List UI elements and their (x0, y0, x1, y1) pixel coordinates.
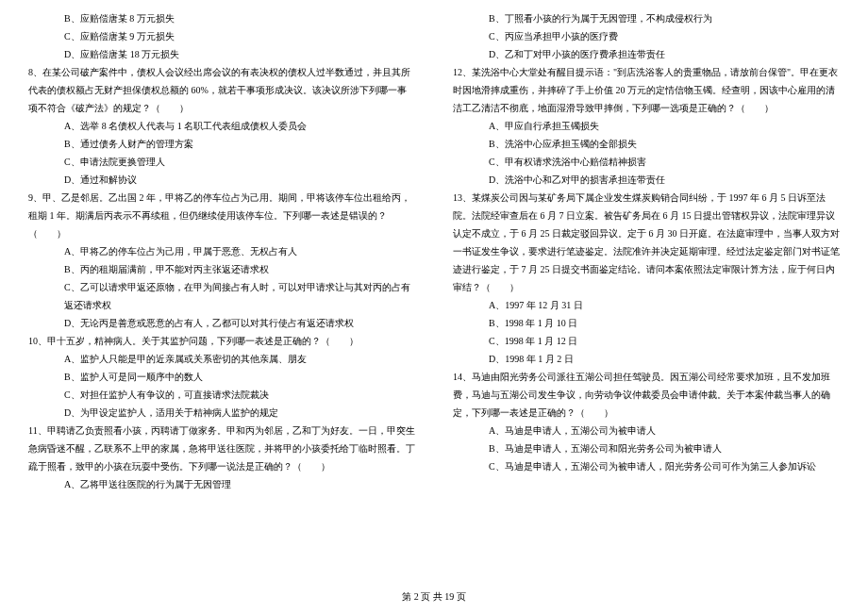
option-10a: A、监护人只能是甲的近亲属或关系密切的其他亲属、朋友 (28, 350, 415, 368)
option-13c: C、1998 年 1 月 12 日 (453, 332, 840, 350)
option-11c: C、丙应当承担甲小孩的医疗费 (453, 27, 840, 45)
option-10d: D、为甲设定监护人，适用关于精神病人监护的规定 (28, 404, 415, 422)
question-11: 11、甲聘请乙负责照看小孩，丙聘请丁做家务。甲和丙为邻居，乙和丁为好友。一日，甲… (28, 422, 415, 475)
option-12a: A、甲应自行承担玉镯损失 (453, 117, 840, 135)
left-column: B、应赔偿唐某 8 万元损失 C、应赔偿唐某 9 万元损失 D、应赔偿唐某 18… (28, 9, 415, 575)
option-12c: C、甲有权请求洗浴中心赔偿精神损害 (453, 153, 840, 171)
option-8c: C、申请法院更换管理人 (28, 153, 415, 171)
option-11d: D、乙和丁对甲小孩的医疗费承担连带责任 (453, 45, 840, 63)
question-13: 13、某煤炭公司因与某矿务局下属企业发生煤炭购销合同纠纷，于 1997 年 6 … (453, 189, 840, 296)
option-10b: B、监护人可是同一顺序中的数人 (28, 368, 415, 386)
option-13d: D、1998 年 1 月 2 日 (453, 350, 840, 368)
option-7d: D、应赔偿唐某 18 万元损失 (28, 45, 415, 63)
option-10c: C、对担任监护人有争议的，可直接请求法院裁决 (28, 386, 415, 404)
question-10: 10、甲十五岁，精神病人。关于其监护问题，下列哪一表述是正确的？（ ） (28, 332, 415, 350)
option-9a: A、甲将乙的停车位占为己用，甲属于恶意、无权占有人 (28, 242, 415, 260)
question-14: 14、马迪由阳光劳务公司派往五湖公司担任驾驶员。因五湖公司经常要求加班，且不发加… (453, 368, 840, 422)
option-13a: A、1997 年 12 月 31 日 (453, 296, 840, 314)
question-9: 9、甲、乙是邻居。乙出国 2 年，甲将乙的停车位占为己用。期间，甲将该停车位出租… (28, 189, 415, 242)
option-11b: B、丁照看小孩的行为属于无因管理，不构成侵权行为 (453, 9, 840, 27)
question-8: 8、在某公司破产案件中，债权人会议经出席会议的有表决权的债权人过半数通过，并且其… (28, 63, 415, 117)
question-12: 12、某洗浴中心大堂处有醒目提示语："到店洗浴客人的贵重物品，请放前台保管"。甲… (453, 63, 840, 117)
option-7b: B、应赔偿唐某 8 万元损失 (28, 9, 415, 27)
page-footer: 第 2 页 共 19 页 (0, 588, 868, 605)
option-8a: A、选举 8 名债权人代表与 1 名职工代表组成债权人委员会 (28, 117, 415, 135)
option-11a: A、乙将甲送往医院的行为属于无因管理 (28, 475, 415, 493)
option-14b: B、马迪是申请人，五湖公司和阳光劳务公司为被申请人 (453, 439, 840, 457)
option-14c: C、马迪是申请人，五湖公司为被申请人，阳光劳务公司可作为第三人参加诉讼 (453, 457, 840, 475)
option-8d: D、通过和解协议 (28, 171, 415, 189)
option-8b: B、通过债务人财产的管理方案 (28, 135, 415, 153)
option-9b: B、丙的租期届满前，甲不能对丙主张返还请求权 (28, 260, 415, 278)
option-13b: B、1998 年 1 月 10 日 (453, 314, 840, 332)
option-14a: A、马迪是申请人，五湖公司为被申请人 (453, 422, 840, 439)
option-9d: D、无论丙是善意或恶意的占有人，乙都可以对其行使占有返还请求权 (28, 314, 415, 332)
option-7c: C、应赔偿唐某 9 万元损失 (28, 27, 415, 45)
right-column: B、丁照看小孩的行为属于无因管理，不构成侵权行为 C、丙应当承担甲小孩的医疗费 … (453, 9, 840, 575)
option-12b: B、洗浴中心应承担玉镯的全部损失 (453, 135, 840, 153)
option-9c: C、乙可以请求甲返还原物，在甲为间接占有人时，可以对甲请求让与其对丙的占有返还请… (28, 278, 415, 314)
option-12d: D、洗浴中心和乙对甲的损害承担连带责任 (453, 171, 840, 189)
